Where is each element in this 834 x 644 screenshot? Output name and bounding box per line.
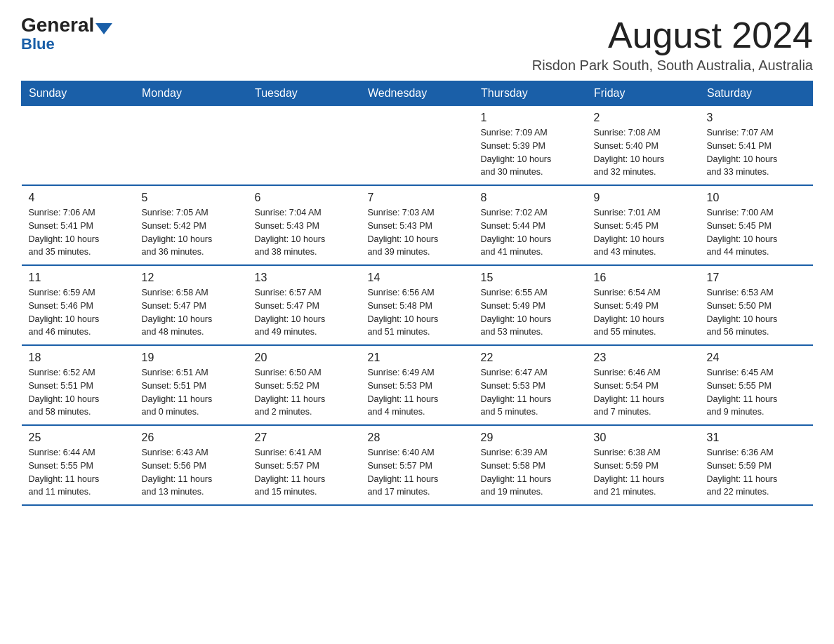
calendar-cell: 16Sunrise: 6:54 AM Sunset: 5:49 PM Dayli… [587, 265, 700, 345]
location-subtitle: Risdon Park South, South Australia, Aust… [532, 58, 813, 74]
day-info: Sunrise: 6:43 AM Sunset: 5:56 PM Dayligh… [142, 446, 241, 499]
day-info: Sunrise: 6:55 AM Sunset: 5:49 PM Dayligh… [481, 286, 580, 339]
day-number: 15 [481, 271, 580, 284]
day-info: Sunrise: 6:46 AM Sunset: 5:54 PM Dayligh… [594, 366, 693, 419]
day-number: 4 [29, 192, 128, 204]
day-number: 24 [707, 351, 806, 364]
header-row: SundayMondayTuesdayWednesdayThursdayFrid… [22, 81, 813, 106]
calendar-cell: 30Sunrise: 6:38 AM Sunset: 5:59 PM Dayli… [587, 425, 700, 505]
calendar-cell: 20Sunrise: 6:50 AM Sunset: 5:52 PM Dayli… [248, 345, 361, 425]
calendar-cell: 17Sunrise: 6:53 AM Sunset: 5:50 PM Dayli… [700, 265, 813, 345]
day-number: 8 [481, 192, 580, 204]
calendar-cell: 22Sunrise: 6:47 AM Sunset: 5:53 PM Dayli… [474, 345, 587, 425]
day-number: 20 [255, 351, 354, 364]
calendar-cell: 14Sunrise: 6:56 AM Sunset: 5:48 PM Dayli… [361, 265, 474, 345]
calendar-cell: 26Sunrise: 6:43 AM Sunset: 5:56 PM Dayli… [135, 425, 248, 505]
calendar-cell: 2Sunrise: 7:08 AM Sunset: 5:40 PM Daylig… [587, 106, 700, 186]
header-cell-friday: Friday [587, 81, 700, 106]
calendar-cell: 7Sunrise: 7:03 AM Sunset: 5:43 PM Daylig… [361, 185, 474, 265]
calendar-cell: 8Sunrise: 7:02 AM Sunset: 5:44 PM Daylig… [474, 185, 587, 265]
day-info: Sunrise: 6:56 AM Sunset: 5:48 PM Dayligh… [368, 286, 467, 339]
day-info: Sunrise: 7:03 AM Sunset: 5:43 PM Dayligh… [368, 206, 467, 259]
calendar-cell: 27Sunrise: 6:41 AM Sunset: 5:57 PM Dayli… [248, 425, 361, 505]
day-info: Sunrise: 6:54 AM Sunset: 5:49 PM Dayligh… [594, 286, 693, 339]
calendar-cell: 19Sunrise: 6:51 AM Sunset: 5:51 PM Dayli… [135, 345, 248, 425]
day-info: Sunrise: 7:08 AM Sunset: 5:40 PM Dayligh… [594, 126, 693, 179]
day-number: 3 [707, 112, 806, 124]
calendar-cell [248, 106, 361, 186]
day-info: Sunrise: 6:52 AM Sunset: 5:51 PM Dayligh… [29, 366, 128, 419]
title-block: August 2024 Risdon Park South, South Aus… [532, 14, 813, 74]
day-number: 23 [594, 351, 693, 364]
day-info: Sunrise: 7:02 AM Sunset: 5:44 PM Dayligh… [481, 206, 580, 259]
day-info: Sunrise: 6:36 AM Sunset: 5:59 PM Dayligh… [707, 446, 806, 499]
calendar-cell: 29Sunrise: 6:39 AM Sunset: 5:58 PM Dayli… [474, 425, 587, 505]
day-number: 10 [707, 192, 806, 204]
calendar-cell: 24Sunrise: 6:45 AM Sunset: 5:55 PM Dayli… [700, 345, 813, 425]
calendar-cell: 10Sunrise: 7:00 AM Sunset: 5:45 PM Dayli… [700, 185, 813, 265]
day-number: 7 [368, 192, 467, 204]
calendar-week-row: 11Sunrise: 6:59 AM Sunset: 5:46 PM Dayli… [22, 265, 813, 345]
day-number: 18 [29, 351, 128, 364]
calendar-cell: 9Sunrise: 7:01 AM Sunset: 5:45 PM Daylig… [587, 185, 700, 265]
day-info: Sunrise: 7:00 AM Sunset: 5:45 PM Dayligh… [707, 206, 806, 259]
day-number: 19 [142, 351, 241, 364]
calendar-cell: 4Sunrise: 7:06 AM Sunset: 5:41 PM Daylig… [22, 185, 135, 265]
header-cell-thursday: Thursday [474, 81, 587, 106]
day-number: 31 [707, 431, 806, 444]
day-info: Sunrise: 7:04 AM Sunset: 5:43 PM Dayligh… [255, 206, 354, 259]
header-cell-wednesday: Wednesday [361, 81, 474, 106]
calendar-cell: 23Sunrise: 6:46 AM Sunset: 5:54 PM Dayli… [587, 345, 700, 425]
calendar-cell: 11Sunrise: 6:59 AM Sunset: 5:46 PM Dayli… [22, 265, 135, 345]
page-header: General Blue August 2024 Risdon Park Sou… [21, 14, 813, 74]
logo-general-text: General [21, 14, 94, 36]
day-info: Sunrise: 7:01 AM Sunset: 5:45 PM Dayligh… [594, 206, 693, 259]
calendar-header: SundayMondayTuesdayWednesdayThursdayFrid… [22, 81, 813, 106]
day-info: Sunrise: 6:58 AM Sunset: 5:47 PM Dayligh… [142, 286, 241, 339]
calendar-cell: 31Sunrise: 6:36 AM Sunset: 5:59 PM Dayli… [700, 425, 813, 505]
calendar-cell: 6Sunrise: 7:04 AM Sunset: 5:43 PM Daylig… [248, 185, 361, 265]
calendar-cell: 1Sunrise: 7:09 AM Sunset: 5:39 PM Daylig… [474, 106, 587, 186]
day-number: 12 [142, 271, 241, 284]
day-number: 2 [594, 112, 693, 124]
day-info: Sunrise: 6:44 AM Sunset: 5:55 PM Dayligh… [29, 446, 128, 499]
calendar-week-row: 18Sunrise: 6:52 AM Sunset: 5:51 PM Dayli… [22, 345, 813, 425]
day-number: 26 [142, 431, 241, 444]
calendar-cell: 18Sunrise: 6:52 AM Sunset: 5:51 PM Dayli… [22, 345, 135, 425]
day-info: Sunrise: 6:45 AM Sunset: 5:55 PM Dayligh… [707, 366, 806, 419]
day-number: 30 [594, 431, 693, 444]
day-number: 1 [481, 112, 580, 124]
calendar-cell: 21Sunrise: 6:49 AM Sunset: 5:53 PM Dayli… [361, 345, 474, 425]
calendar-cell: 3Sunrise: 7:07 AM Sunset: 5:41 PM Daylig… [700, 106, 813, 186]
day-info: Sunrise: 6:57 AM Sunset: 5:47 PM Dayligh… [255, 286, 354, 339]
header-cell-sunday: Sunday [22, 81, 135, 106]
calendar-week-row: 1Sunrise: 7:09 AM Sunset: 5:39 PM Daylig… [22, 106, 813, 186]
calendar-week-row: 25Sunrise: 6:44 AM Sunset: 5:55 PM Dayli… [22, 425, 813, 505]
calendar-cell: 15Sunrise: 6:55 AM Sunset: 5:49 PM Dayli… [474, 265, 587, 345]
day-info: Sunrise: 7:07 AM Sunset: 5:41 PM Dayligh… [707, 126, 806, 179]
day-info: Sunrise: 6:51 AM Sunset: 5:51 PM Dayligh… [142, 366, 241, 419]
day-info: Sunrise: 7:05 AM Sunset: 5:42 PM Dayligh… [142, 206, 241, 259]
day-number: 22 [481, 351, 580, 364]
day-info: Sunrise: 6:41 AM Sunset: 5:57 PM Dayligh… [255, 446, 354, 499]
day-info: Sunrise: 6:47 AM Sunset: 5:53 PM Dayligh… [481, 366, 580, 419]
header-cell-tuesday: Tuesday [248, 81, 361, 106]
logo: General Blue [21, 14, 112, 53]
header-cell-monday: Monday [135, 81, 248, 106]
calendar-cell: 25Sunrise: 6:44 AM Sunset: 5:55 PM Dayli… [22, 425, 135, 505]
calendar-body: 1Sunrise: 7:09 AM Sunset: 5:39 PM Daylig… [22, 106, 813, 506]
day-number: 21 [368, 351, 467, 364]
day-info: Sunrise: 7:06 AM Sunset: 5:41 PM Dayligh… [29, 206, 128, 259]
day-number: 28 [368, 431, 467, 444]
day-info: Sunrise: 6:53 AM Sunset: 5:50 PM Dayligh… [707, 286, 806, 339]
day-number: 17 [707, 271, 806, 284]
day-number: 13 [255, 271, 354, 284]
month-title: August 2024 [532, 14, 813, 56]
day-info: Sunrise: 6:38 AM Sunset: 5:59 PM Dayligh… [594, 446, 693, 499]
calendar-cell: 5Sunrise: 7:05 AM Sunset: 5:42 PM Daylig… [135, 185, 248, 265]
calendar-cell [361, 106, 474, 186]
day-number: 29 [481, 431, 580, 444]
day-number: 25 [29, 431, 128, 444]
day-number: 27 [255, 431, 354, 444]
calendar-cell: 28Sunrise: 6:40 AM Sunset: 5:57 PM Dayli… [361, 425, 474, 505]
